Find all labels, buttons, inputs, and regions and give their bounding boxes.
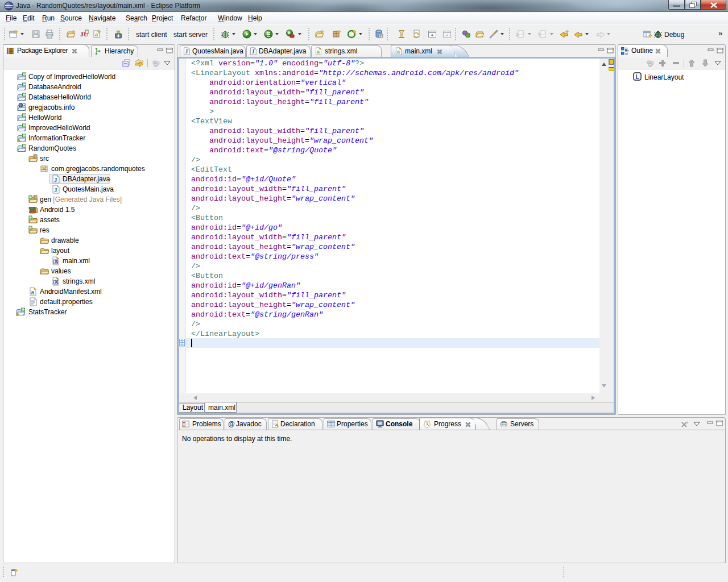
svg-text:L: L <box>636 74 639 80</box>
